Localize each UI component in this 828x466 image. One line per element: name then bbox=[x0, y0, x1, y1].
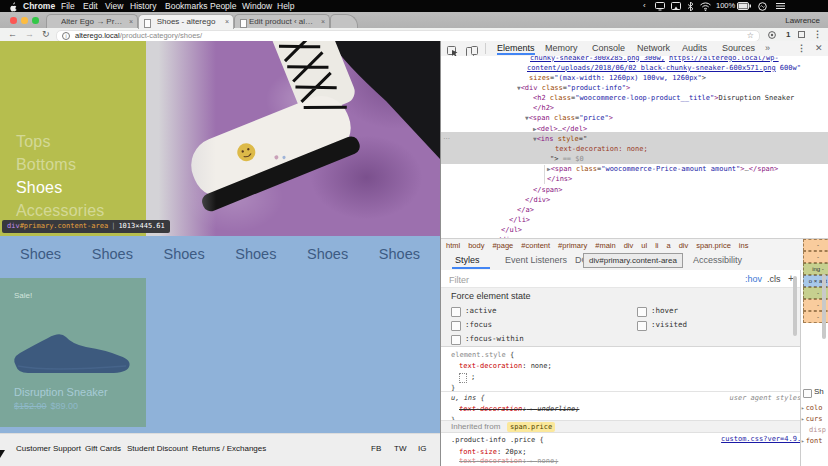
computed-prop-cursor[interactable]: ▸curs bbox=[801, 415, 822, 423]
dom-node[interactable]: chunky-sneaker-300x285.png 300w, https:/… bbox=[530, 56, 779, 63]
url-omnibox[interactable]: i alterego.local/product-category/shoes/… bbox=[56, 30, 760, 42]
dom-node[interactable]: ▼<span class="price"> bbox=[525, 113, 613, 123]
dom-node[interactable]: ▶<span class="woocommerce-Price-amount a… bbox=[547, 164, 778, 174]
extension-icon[interactable] bbox=[768, 28, 776, 41]
battery-icon[interactable] bbox=[737, 0, 751, 12]
checkbox-focus-within[interactable] bbox=[451, 335, 461, 345]
footer-link-customer-support[interactable]: Customer Support bbox=[16, 444, 81, 453]
crumb-body[interactable]: body bbox=[468, 241, 484, 250]
sidebar-item-shoes[interactable]: Shoes bbox=[16, 179, 62, 197]
tab-console[interactable]: Console bbox=[592, 41, 625, 55]
dom-node[interactable]: <h2 class="woocommerce-loop-product__tit… bbox=[533, 93, 794, 103]
dom-node[interactable]: sizes="(max-width: 1260px) 100vw, 1260px… bbox=[529, 73, 706, 83]
decl-text-decoration-underline[interactable]: text-decoration: ▸ underline; bbox=[459, 404, 579, 414]
expand-icon[interactable]: ▸ bbox=[801, 437, 805, 444]
sidebar-item-accessories[interactable]: Accessories bbox=[16, 202, 104, 220]
dom-node[interactable]: "> == $0 bbox=[550, 154, 584, 164]
profile-name-button[interactable]: Lawrence bbox=[785, 14, 820, 28]
back-icon[interactable]: ← bbox=[8, 28, 17, 41]
footer-social-tw[interactable]: TW bbox=[394, 444, 406, 453]
sidebar-item-tops[interactable]: Tops bbox=[16, 133, 51, 151]
browser-tab-edit-product[interactable]: Edit product ‹ alterego — Wo × bbox=[234, 14, 330, 29]
url-text[interactable]: alterego.local/product-category/shoes/ bbox=[75, 31, 202, 41]
crumb-primary[interactable]: #primary bbox=[558, 241, 587, 250]
pseudo-state-toggle[interactable]: :hov bbox=[745, 270, 762, 288]
devtools-close-icon[interactable]: ✕ bbox=[815, 41, 823, 55]
dom-node[interactable]: </div> bbox=[525, 195, 550, 205]
tab-sources[interactable]: Sources bbox=[722, 41, 755, 55]
menubar-item-people[interactable]: People bbox=[210, 0, 236, 12]
computed-scrollbar-thumb[interactable] bbox=[822, 274, 826, 339]
dom-node-selected[interactable]: ▼<ins style=" bbox=[533, 134, 587, 144]
crumb-main[interactable]: #main bbox=[595, 241, 615, 250]
dom-node[interactable]: </li> bbox=[509, 215, 530, 225]
dom-node[interactable]: </h2> bbox=[533, 103, 554, 113]
siri-icon[interactable] bbox=[758, 0, 767, 12]
bluetooth-icon[interactable] bbox=[687, 0, 694, 12]
forward-icon[interactable]: → bbox=[25, 28, 34, 41]
display-icon[interactable] bbox=[655, 0, 665, 12]
tab-close-icon[interactable]: × bbox=[225, 15, 229, 28]
new-tab-button[interactable] bbox=[330, 14, 358, 29]
sidebar-item-bottoms[interactable]: Bottoms bbox=[16, 156, 76, 174]
crumb-span-price[interactable]: span.price bbox=[696, 241, 731, 250]
tab-close-icon[interactable]: × bbox=[129, 15, 133, 28]
menubar-item-file[interactable]: File bbox=[61, 0, 75, 12]
tab-event-listeners[interactable]: Event Listeners bbox=[505, 252, 567, 269]
dom-node[interactable]: text-decoration: none; bbox=[555, 144, 648, 154]
menubar-item-window[interactable]: Window bbox=[242, 0, 272, 12]
page-info-icon[interactable]: i bbox=[62, 32, 70, 40]
screen-mirroring-icon[interactable] bbox=[671, 0, 681, 12]
footer-link-gift-cards[interactable]: Gift Cards bbox=[85, 444, 121, 453]
show-all-checkbox[interactable] bbox=[803, 389, 812, 398]
dom-node[interactable]: </ul> bbox=[501, 225, 522, 235]
checkbox-hover[interactable] bbox=[637, 307, 647, 317]
menubar-item-history[interactable]: History bbox=[130, 0, 156, 12]
footer-social-fb[interactable]: FB bbox=[371, 444, 381, 453]
dom-node[interactable]: </ins> bbox=[547, 174, 572, 184]
dom-node[interactable]: content/uploads/2018/06/02_black-chunky-… bbox=[527, 63, 801, 73]
dom-node[interactable]: ▼<div class="product-info"> bbox=[517, 83, 630, 93]
rule-product-price-selector[interactable]: .product-info .price { bbox=[451, 435, 544, 445]
menubar-item-help[interactable]: Help bbox=[277, 0, 294, 12]
menubar-app-name[interactable]: Chrome bbox=[23, 0, 55, 12]
wifi-icon[interactable] bbox=[700, 0, 711, 12]
footer-link-returns[interactable]: Returns / Exchanges bbox=[192, 444, 266, 453]
footer-link-student-discount[interactable]: Student Discount bbox=[127, 444, 188, 453]
decl-text-decoration-none-overridden[interactable]: text-decoration: ▸ none; bbox=[459, 456, 558, 466]
crumb-a[interactable]: a bbox=[666, 241, 670, 250]
product-title[interactable]: Disruption Sneaker bbox=[14, 386, 108, 398]
expand-icon[interactable]: ▸ bbox=[801, 415, 805, 422]
footer-social-ig[interactable]: IG bbox=[418, 444, 426, 453]
tab-close-icon[interactable]: × bbox=[321, 15, 325, 28]
menubar-item-bookmarks[interactable]: Bookmarks bbox=[165, 0, 208, 12]
computed-prop-display[interactable]: disp bbox=[809, 426, 826, 434]
menubar-item-view[interactable]: View bbox=[105, 0, 123, 12]
devtools-menu-icon[interactable]: ⋮ bbox=[797, 41, 806, 55]
computed-prop-font[interactable]: ▸font bbox=[801, 437, 822, 445]
checkbox-visited[interactable] bbox=[637, 321, 647, 331]
node-options-dots-icon[interactable]: ⋯ bbox=[443, 134, 450, 144]
crumb-div2[interactable]: div bbox=[679, 241, 689, 250]
browser-menu-icon[interactable]: ⋮ bbox=[813, 28, 822, 41]
tab-network[interactable]: Network bbox=[637, 41, 670, 55]
property-edit-cursor[interactable] bbox=[459, 373, 467, 383]
crumb-html[interactable]: html bbox=[446, 241, 460, 250]
bookmark-star-icon[interactable]: ☆ bbox=[747, 31, 754, 41]
product-card-disruption-sneaker[interactable]: Sale! Disruption Sneaker $152.00$89.00 bbox=[0, 278, 146, 427]
chevron-left-icon[interactable]: ‹ bbox=[643, 0, 646, 12]
crumb-ul[interactable]: ul bbox=[641, 241, 647, 250]
zoom-window-button[interactable] bbox=[32, 17, 39, 24]
checkbox-focus[interactable] bbox=[451, 321, 461, 331]
dom-node[interactable]: ▶<del>…</del> bbox=[533, 124, 587, 134]
browser-tab-project-guide[interactable]: Alter Ego → Project Guide × bbox=[46, 14, 138, 29]
tab-overflow-icon[interactable]: » bbox=[765, 41, 770, 55]
class-toggle[interactable]: .cls bbox=[767, 270, 781, 288]
styles-scrollbar-thumb[interactable] bbox=[793, 276, 797, 336]
crumb-li[interactable]: li bbox=[655, 241, 658, 250]
rule-element-style-selector[interactable]: element.style { bbox=[451, 350, 514, 360]
crumb-page[interactable]: #page bbox=[492, 241, 513, 250]
crumb-content[interactable]: #content bbox=[521, 241, 550, 250]
computed-prop-color[interactable]: ▸colo bbox=[801, 404, 822, 412]
crumb-ins[interactable]: ins bbox=[739, 241, 749, 250]
